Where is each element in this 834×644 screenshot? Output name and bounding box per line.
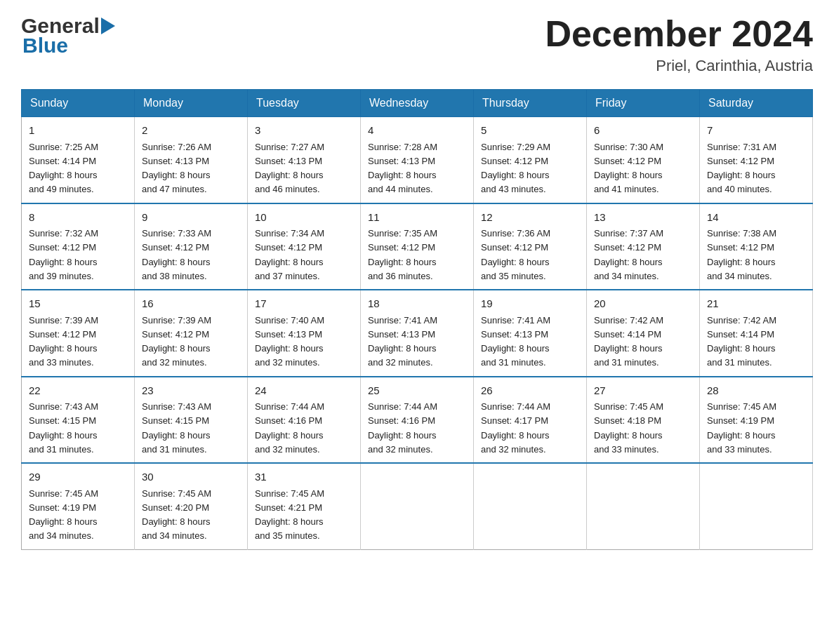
calendar-cell: 8Sunrise: 7:32 AMSunset: 4:12 PMDaylight… bbox=[22, 203, 135, 290]
day-number: 6 bbox=[594, 123, 692, 139]
day-number: 25 bbox=[368, 383, 466, 399]
day-number: 11 bbox=[368, 210, 466, 226]
day-info: Sunrise: 7:36 AMSunset: 4:12 PMDaylight:… bbox=[481, 228, 550, 281]
day-number: 21 bbox=[707, 296, 805, 312]
location: Priel, Carinthia, Austria bbox=[545, 57, 813, 75]
calendar-cell: 19Sunrise: 7:41 AMSunset: 4:13 PMDayligh… bbox=[474, 290, 587, 377]
day-number: 10 bbox=[255, 210, 353, 226]
day-number: 18 bbox=[368, 296, 466, 312]
col-header-wednesday: Wednesday bbox=[361, 90, 474, 117]
day-info: Sunrise: 7:45 AMSunset: 4:19 PMDaylight:… bbox=[707, 401, 776, 455]
calendar-cell: 17Sunrise: 7:40 AMSunset: 4:13 PMDayligh… bbox=[248, 290, 361, 377]
day-number: 31 bbox=[255, 469, 353, 485]
day-number: 29 bbox=[29, 469, 127, 485]
calendar-cell bbox=[361, 463, 474, 549]
calendar-cell: 21Sunrise: 7:42 AMSunset: 4:14 PMDayligh… bbox=[700, 290, 813, 377]
day-number: 5 bbox=[481, 123, 579, 139]
calendar-cell: 27Sunrise: 7:45 AMSunset: 4:18 PMDayligh… bbox=[587, 377, 700, 464]
day-info: Sunrise: 7:44 AMSunset: 4:17 PMDaylight:… bbox=[481, 401, 550, 455]
day-info: Sunrise: 7:27 AMSunset: 4:13 PMDaylight:… bbox=[255, 142, 324, 195]
col-header-sunday: Sunday bbox=[22, 90, 135, 117]
month-title: December 2024 bbox=[545, 14, 813, 54]
day-info: Sunrise: 7:45 AMSunset: 4:19 PMDaylight:… bbox=[29, 488, 98, 542]
day-info: Sunrise: 7:28 AMSunset: 4:13 PMDaylight:… bbox=[368, 142, 437, 195]
calendar-cell: 9Sunrise: 7:33 AMSunset: 4:12 PMDaylight… bbox=[135, 203, 248, 290]
calendar-cell: 15Sunrise: 7:39 AMSunset: 4:12 PMDayligh… bbox=[22, 290, 135, 377]
calendar-cell: 29Sunrise: 7:45 AMSunset: 4:19 PMDayligh… bbox=[22, 463, 135, 549]
calendar-week-row: 1Sunrise: 7:25 AMSunset: 4:14 PMDaylight… bbox=[22, 117, 813, 203]
day-number: 9 bbox=[142, 210, 240, 226]
day-info: Sunrise: 7:42 AMSunset: 4:14 PMDaylight:… bbox=[594, 315, 663, 368]
day-info: Sunrise: 7:44 AMSunset: 4:16 PMDaylight:… bbox=[368, 401, 437, 455]
calendar-cell: 16Sunrise: 7:39 AMSunset: 4:12 PMDayligh… bbox=[135, 290, 248, 377]
title-section: December 2024 Priel, Carinthia, Austria bbox=[545, 14, 813, 75]
calendar-cell: 4Sunrise: 7:28 AMSunset: 4:13 PMDaylight… bbox=[361, 117, 474, 203]
day-number: 8 bbox=[29, 210, 127, 226]
day-number: 23 bbox=[142, 383, 240, 399]
col-header-tuesday: Tuesday bbox=[248, 90, 361, 117]
logo-arrow-icon bbox=[101, 18, 115, 34]
calendar-cell bbox=[474, 463, 587, 549]
calendar-cell: 30Sunrise: 7:45 AMSunset: 4:20 PMDayligh… bbox=[135, 463, 248, 549]
calendar-cell: 10Sunrise: 7:34 AMSunset: 4:12 PMDayligh… bbox=[248, 203, 361, 290]
day-info: Sunrise: 7:45 AMSunset: 4:21 PMDaylight:… bbox=[255, 488, 324, 542]
calendar-cell: 12Sunrise: 7:36 AMSunset: 4:12 PMDayligh… bbox=[474, 203, 587, 290]
col-header-saturday: Saturday bbox=[700, 90, 813, 117]
day-number: 15 bbox=[29, 296, 127, 312]
day-info: Sunrise: 7:32 AMSunset: 4:12 PMDaylight:… bbox=[29, 228, 98, 281]
calendar-cell: 26Sunrise: 7:44 AMSunset: 4:17 PMDayligh… bbox=[474, 377, 587, 464]
calendar-cell: 1Sunrise: 7:25 AMSunset: 4:14 PMDaylight… bbox=[22, 117, 135, 203]
day-info: Sunrise: 7:45 AMSunset: 4:18 PMDaylight:… bbox=[594, 401, 663, 455]
day-info: Sunrise: 7:34 AMSunset: 4:12 PMDaylight:… bbox=[255, 228, 324, 281]
calendar-cell bbox=[587, 463, 700, 549]
calendar-week-row: 29Sunrise: 7:45 AMSunset: 4:19 PMDayligh… bbox=[22, 463, 813, 549]
day-info: Sunrise: 7:29 AMSunset: 4:12 PMDaylight:… bbox=[481, 142, 550, 195]
day-info: Sunrise: 7:37 AMSunset: 4:12 PMDaylight:… bbox=[594, 228, 663, 281]
day-number: 19 bbox=[481, 296, 579, 312]
day-info: Sunrise: 7:41 AMSunset: 4:13 PMDaylight:… bbox=[368, 315, 437, 368]
day-number: 26 bbox=[481, 383, 579, 399]
day-info: Sunrise: 7:39 AMSunset: 4:12 PMDaylight:… bbox=[142, 315, 211, 368]
day-number: 2 bbox=[142, 123, 240, 139]
day-number: 27 bbox=[594, 383, 692, 399]
day-info: Sunrise: 7:30 AMSunset: 4:12 PMDaylight:… bbox=[594, 142, 663, 195]
calendar-cell: 28Sunrise: 7:45 AMSunset: 4:19 PMDayligh… bbox=[700, 377, 813, 464]
day-number: 12 bbox=[481, 210, 579, 226]
day-number: 4 bbox=[368, 123, 466, 139]
day-info: Sunrise: 7:40 AMSunset: 4:13 PMDaylight:… bbox=[255, 315, 324, 368]
calendar-cell: 2Sunrise: 7:26 AMSunset: 4:13 PMDaylight… bbox=[135, 117, 248, 203]
logo: General Blue bbox=[21, 14, 116, 58]
day-info: Sunrise: 7:42 AMSunset: 4:14 PMDaylight:… bbox=[707, 315, 776, 368]
day-number: 13 bbox=[594, 210, 692, 226]
day-info: Sunrise: 7:31 AMSunset: 4:12 PMDaylight:… bbox=[707, 142, 776, 195]
calendar-header-row: SundayMondayTuesdayWednesdayThursdayFrid… bbox=[22, 90, 813, 117]
col-header-friday: Friday bbox=[587, 90, 700, 117]
calendar-week-row: 22Sunrise: 7:43 AMSunset: 4:15 PMDayligh… bbox=[22, 377, 813, 464]
day-info: Sunrise: 7:41 AMSunset: 4:13 PMDaylight:… bbox=[481, 315, 550, 368]
day-info: Sunrise: 7:43 AMSunset: 4:15 PMDaylight:… bbox=[29, 401, 98, 455]
calendar-cell: 24Sunrise: 7:44 AMSunset: 4:16 PMDayligh… bbox=[248, 377, 361, 464]
calendar-cell: 25Sunrise: 7:44 AMSunset: 4:16 PMDayligh… bbox=[361, 377, 474, 464]
calendar-cell: 5Sunrise: 7:29 AMSunset: 4:12 PMDaylight… bbox=[474, 117, 587, 203]
day-info: Sunrise: 7:33 AMSunset: 4:12 PMDaylight:… bbox=[142, 228, 211, 281]
col-header-monday: Monday bbox=[135, 90, 248, 117]
day-number: 28 bbox=[707, 383, 805, 399]
day-number: 16 bbox=[142, 296, 240, 312]
calendar-cell: 11Sunrise: 7:35 AMSunset: 4:12 PMDayligh… bbox=[361, 203, 474, 290]
day-info: Sunrise: 7:25 AMSunset: 4:14 PMDaylight:… bbox=[29, 142, 98, 195]
calendar-cell: 3Sunrise: 7:27 AMSunset: 4:13 PMDaylight… bbox=[248, 117, 361, 203]
calendar-cell bbox=[700, 463, 813, 549]
col-header-thursday: Thursday bbox=[474, 90, 587, 117]
calendar-cell: 20Sunrise: 7:42 AMSunset: 4:14 PMDayligh… bbox=[587, 290, 700, 377]
day-number: 7 bbox=[707, 123, 805, 139]
calendar-cell: 23Sunrise: 7:43 AMSunset: 4:15 PMDayligh… bbox=[135, 377, 248, 464]
day-number: 24 bbox=[255, 383, 353, 399]
day-number: 30 bbox=[142, 469, 240, 485]
day-number: 14 bbox=[707, 210, 805, 226]
day-number: 22 bbox=[29, 383, 127, 399]
day-info: Sunrise: 7:45 AMSunset: 4:20 PMDaylight:… bbox=[142, 488, 211, 542]
calendar-cell: 31Sunrise: 7:45 AMSunset: 4:21 PMDayligh… bbox=[248, 463, 361, 549]
day-info: Sunrise: 7:44 AMSunset: 4:16 PMDaylight:… bbox=[255, 401, 324, 455]
day-info: Sunrise: 7:43 AMSunset: 4:15 PMDaylight:… bbox=[142, 401, 211, 455]
calendar-week-row: 15Sunrise: 7:39 AMSunset: 4:12 PMDayligh… bbox=[22, 290, 813, 377]
